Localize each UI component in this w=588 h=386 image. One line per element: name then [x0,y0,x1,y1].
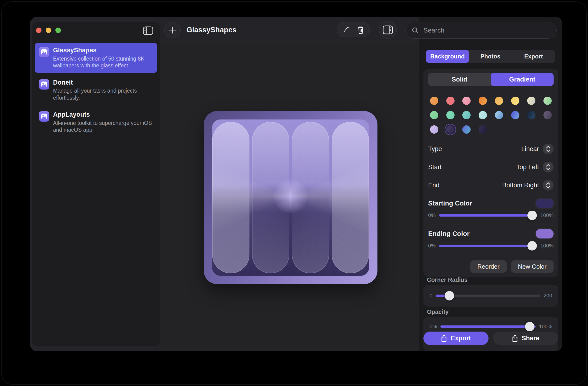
corner-radius-slider: 0 200 [430,293,552,299]
photo-icon [39,79,49,90]
project-description: All-in-one toolkit to supercharge your i… [53,120,154,134]
color-actions: Reorder New Color [428,260,554,273]
glass-pill [252,122,289,273]
inspector-toggle-button[interactable] [379,21,397,39]
gradient-swatch-12[interactable] [479,111,487,119]
gradient-swatch-15[interactable] [527,111,535,119]
traffic-lights [36,28,61,33]
gradient-swatch-1[interactable] [430,97,438,105]
gradient-swatch-10[interactable] [446,111,455,119]
project-list: GlassyShapes Extensive collection of 50 … [35,43,157,137]
fill-mode-segmented-control: SolidGradient [428,73,554,86]
end-label: End [428,182,440,189]
search-icon [412,27,419,34]
slider-knob[interactable] [445,291,454,301]
divider [429,255,553,255]
reorder-button[interactable]: Reorder [470,260,507,273]
gradient-swatch-18[interactable] [446,125,455,134]
segment-gradient[interactable]: Gradient [491,73,554,86]
pencil-icon [342,26,350,34]
photo-icon [39,47,49,57]
slider-min-label: 0 [430,293,432,299]
project-name: AppLayouts [53,111,90,118]
sidebar-left-icon [143,26,153,35]
gradient-swatch-20[interactable] [479,125,487,134]
start-stepper[interactable] [543,162,554,172]
panel-footer: Export Share [423,332,558,345]
tab-photos[interactable]: Photos [469,50,512,63]
ending-color-label: Ending Color [428,230,470,238]
type-value: Linear [521,145,539,153]
starting-color-block: Starting Color 0% 100% [428,194,554,220]
slider-knob[interactable] [527,211,537,220]
gradient-swatch-16[interactable] [544,111,552,119]
slider-knob[interactable] [525,322,534,331]
background-settings-card: SolidGradient Type Linear Start [423,69,558,277]
ending-color-slider: 0% 100% [428,243,554,249]
tab-background[interactable]: Background [426,50,469,63]
sidebar-toggle-button[interactable] [143,26,153,35]
sidebar-item-glassyshapes[interactable]: GlassyShapes Extensive collection of 50 … [35,43,157,73]
end-value: Bottom Right [502,182,539,189]
gradient-swatch-3[interactable] [462,97,471,105]
sidebar: GlassyShapes Extensive collection of 50 … [32,22,160,346]
gradient-swatch-13[interactable] [495,111,503,119]
gradient-swatch-4[interactable] [479,97,487,105]
opacity-slider: 0% 100% [430,324,552,330]
close-window-button[interactable] [36,28,42,33]
trash-icon [357,25,365,34]
add-project-button[interactable] [164,22,181,39]
end-stepper[interactable] [543,180,554,191]
gradient-swatch-8[interactable] [544,97,552,105]
ending-color-swatch[interactable] [536,229,554,239]
gradient-swatch-7[interactable] [527,97,535,105]
gradient-swatch-17[interactable] [430,125,438,134]
gradient-swatch-5[interactable] [495,97,503,105]
new-color-button[interactable]: New Color [511,260,554,273]
sidebar-item-doneit[interactable]: Doneit Manage all your tasks and project… [35,75,157,105]
gradient-swatch-grid [428,91,554,135]
gradient-start-row: Start Top Left [428,158,554,176]
minimize-window-button[interactable] [46,28,51,33]
sidebar-right-icon [383,25,393,34]
starting-color-swatch[interactable] [536,199,554,208]
type-stepper[interactable] [543,143,554,154]
gradient-swatch-2[interactable] [446,97,455,105]
zoom-window-button[interactable] [55,28,61,33]
export-button[interactable]: Export [423,332,488,345]
gradient-swatch-14[interactable] [511,111,519,119]
search-input[interactable] [423,26,550,34]
gradient-swatch-6[interactable] [511,97,519,105]
ending-color-block: Ending Color 0% 100% [428,225,554,250]
slider-max-label: 100% [539,324,552,330]
edit-delete-group [337,22,370,37]
slider-min-label: 0% [430,324,437,330]
segment-solid[interactable]: Solid [428,73,491,86]
slider-max-label: 200 [544,293,552,299]
glass-pill [332,122,369,273]
sidebar-item-applayouts[interactable]: AppLayouts All-in-one toolkit to superch… [35,107,157,137]
slider-max-label: 100% [540,243,554,249]
project-description: Extensive collection of 50 stunning 8K w… [53,55,154,69]
gradient-type-row: Type Linear [428,140,554,158]
project-name: GlassyShapes [53,47,97,54]
slider-knob[interactable] [527,241,537,250]
plus-icon [168,26,177,34]
gradient-swatch-9[interactable] [430,111,438,119]
opacity-label: Opacity [427,308,449,315]
gradient-end-row: End Bottom Right [428,176,554,194]
gradient-swatch-11[interactable] [462,111,471,119]
tab-export[interactable]: Export [512,50,555,63]
gradient-swatch-19[interactable] [462,125,471,134]
desktop: GlassyShapes Extensive collection of 50 … [0,0,588,386]
delete-button[interactable] [355,24,366,35]
starting-color-slider: 0% 100% [428,212,554,219]
slider-max-label: 100% [540,212,554,219]
wallpaper-preview[interactable] [204,111,378,284]
starting-color-label: Starting Color [428,200,472,207]
search-field[interactable] [405,22,557,39]
start-value: Top Left [516,163,539,171]
edit-button[interactable] [340,24,352,35]
window-title: GlassyShapes [187,26,236,34]
share-button[interactable]: Share [493,332,558,345]
